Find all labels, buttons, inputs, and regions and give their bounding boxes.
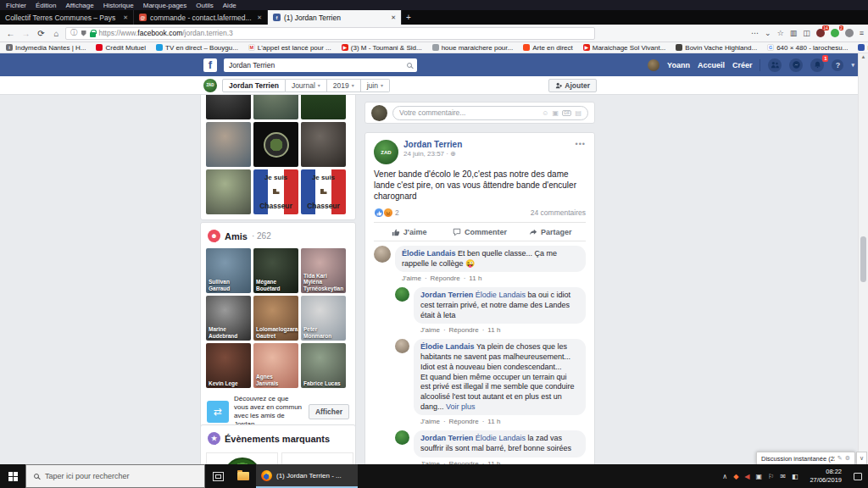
comments-count[interactable]: 24 commentaires [531, 208, 586, 217]
tab-collectif[interactable]: Collectif Terres Communes – Pays ✕ [0, 10, 134, 25]
commenter-avatar[interactable] [395, 287, 409, 302]
menu-item[interactable]: Affichage [65, 2, 93, 9]
comment-author[interactable]: Élodie Landais [420, 342, 476, 351]
photo-tile[interactable] [206, 95, 251, 119]
file-explorer-button[interactable] [231, 464, 256, 488]
comment-button[interactable]: Commenter [444, 223, 515, 241]
taskbar-clock[interactable]: 08:22 27/06/2019 [804, 464, 848, 488]
comment-input[interactable]: Votre commentaire... ☺ ▣ GIF ▤ [392, 106, 588, 120]
tracking-shield-icon[interactable] [81, 30, 86, 36]
messenger-icon[interactable] [789, 58, 803, 72]
info-icon[interactable]: ⓘ [70, 28, 78, 38]
facebook-search[interactable] [224, 58, 417, 72]
close-tab-icon[interactable]: ✕ [391, 14, 396, 21]
facebook-logo[interactable]: f [203, 58, 217, 72]
comment-reply-link[interactable]: Répondre [431, 274, 460, 282]
photo-tile[interactable] [206, 169, 251, 214]
friend-tile[interactable]: Mégane Bouétard [253, 248, 298, 293]
create-link[interactable]: Créer [732, 61, 753, 69]
comment-like-link[interactable]: J'aime [402, 274, 421, 282]
action-center-button[interactable] [848, 464, 868, 488]
bookmark-item[interactable]: houe maraichere pour... [432, 44, 514, 52]
friend-tile[interactable]: Fabrice Lucas [301, 343, 346, 388]
comment-author[interactable]: Jordan Terrien [420, 291, 476, 299]
avatar[interactable] [371, 105, 387, 121]
notifications-icon[interactable]: 1 [810, 58, 824, 72]
like-button[interactable]: J'aime [374, 223, 444, 241]
friend-tile[interactable]: Agnes Janvrais [253, 343, 298, 388]
bookmark-item[interactable]: Crédit Mutuel [96, 44, 146, 52]
friend-tile[interactable]: Sullivan Garraud [206, 248, 251, 293]
sidebar-icon[interactable]: ◫ [803, 29, 810, 37]
close-tab-icon[interactable]: ✕ [123, 14, 128, 21]
post-author[interactable]: Jordan Terrien [403, 140, 462, 150]
add-friend-button[interactable]: Ajouter [548, 79, 597, 92]
page-actions-icon[interactable]: ⋯ [751, 29, 759, 37]
photo-tile-banner[interactable]: BEITZ FC NANTES [301, 95, 346, 119]
reload-button[interactable]: ⟳ [35, 29, 47, 38]
forward-button[interactable]: → [19, 29, 32, 38]
photo-tile[interactable] [253, 95, 298, 119]
extension-icon[interactable] [845, 29, 854, 37]
menu-item[interactable]: Outils [196, 2, 213, 9]
reaction-count[interactable]: 2 [395, 208, 399, 217]
photo-tile[interactable] [301, 122, 346, 167]
avatar[interactable] [648, 59, 659, 71]
search-icon[interactable] [407, 63, 412, 68]
friend-tile[interactable]: Lolomaelogzara Gautret [253, 296, 298, 341]
menu-item[interactable]: Fichier [6, 2, 26, 9]
close-tab-icon[interactable]: ✕ [257, 14, 262, 21]
friend-tile[interactable]: Peter Monmaron [301, 296, 346, 341]
chat-settings-icon[interactable]: ⚙ [845, 455, 850, 462]
commenter-avatar[interactable] [374, 246, 391, 263]
task-view-button[interactable] [205, 464, 231, 488]
friend-requests-icon[interactable] [768, 58, 782, 72]
hamburger-menu-icon[interactable]: ≡ [860, 29, 864, 37]
camera-icon[interactable]: ▣ [552, 109, 559, 117]
tray-icon[interactable]: ∧ [722, 473, 727, 480]
event-tile[interactable]: ◆ [281, 452, 353, 464]
comment-mention[interactable]: Élodie Landais [476, 434, 528, 442]
profile-link[interactable]: Yoann [667, 61, 690, 69]
show-button[interactable]: Afficher [309, 404, 349, 419]
home-link[interactable]: Accueil [698, 61, 725, 69]
pocket-icon[interactable]: ⌄ [765, 29, 771, 37]
section-dropdown[interactable]: juin▾ [361, 79, 390, 92]
friend-tile[interactable]: Tida Kari Myléna Tyrnéoskeytian [301, 248, 346, 293]
comment-author[interactable]: Jordan Terrien [420, 434, 476, 442]
url-bar[interactable]: ⓘ https://www.facebook.com/jordan.terrie… [65, 27, 595, 40]
angry-reaction-icon[interactable] [383, 208, 393, 218]
section-dropdown[interactable]: 2019▾ [327, 79, 361, 92]
tab-jordan-terrien[interactable]: f (1) Jordan Terrien ✕ [268, 10, 402, 25]
menu-item[interactable]: Marque-pages [143, 2, 187, 9]
page-scrollbar[interactable]: ▲ ▼ [858, 53, 868, 464]
friend-tile[interactable]: Marine Audebrand [206, 296, 251, 341]
comment-like-link[interactable]: J'aime [420, 418, 440, 425]
section-dropdown[interactable]: Journal▾ [286, 79, 327, 92]
menu-item[interactable]: Édition [36, 2, 56, 9]
bookmark-star-icon[interactable]: ☆ [777, 29, 784, 37]
tab-commande[interactable]: @ commande - contact.lafermed... ✕ [134, 10, 268, 25]
bookmark-item[interactable]: ▶(3) M - Toumani & Sid... [342, 44, 422, 52]
post-timestamp[interactable]: 24 juin, 23:57 · [403, 150, 448, 158]
menu-item[interactable]: Historique [103, 2, 134, 9]
extension-icon[interactable]: 14 [816, 29, 825, 37]
photo-tile[interactable] [206, 122, 251, 167]
chevron-down-icon[interactable]: ▾ [851, 62, 854, 69]
post-options-icon[interactable]: ••• [576, 140, 586, 148]
tray-icon[interactable]: ◀ [744, 473, 749, 480]
post-author-avatar[interactable]: ZAD [374, 140, 398, 164]
friend-tile[interactable]: Kevin Lege [206, 343, 251, 388]
bookmark-item[interactable]: iIndymedia Nantes | H... [6, 44, 86, 52]
tray-icon[interactable]: ▣ [755, 473, 762, 480]
comment-reply-link[interactable]: Répondre [449, 326, 479, 334]
see-more-link[interactable]: Voir plus [444, 402, 476, 411]
event-tile-zad[interactable]: ZAD [206, 452, 278, 464]
commenter-avatar[interactable] [395, 339, 409, 353]
scrollbar-thumb[interactable] [860, 236, 866, 282]
bookmark-item[interactable]: Bovin Vache Highland... [676, 44, 757, 52]
scroll-up-icon[interactable]: ▲ [859, 54, 868, 59]
tray-icon[interactable]: ✉ [780, 473, 786, 480]
photo-tile-badge[interactable] [253, 122, 298, 167]
menu-item[interactable]: Aide [223, 2, 236, 9]
